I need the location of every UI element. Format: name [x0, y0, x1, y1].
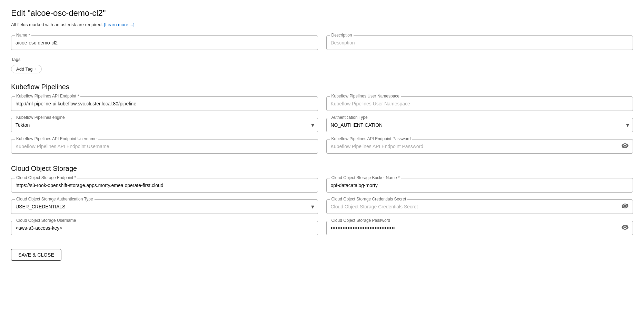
kf-password-col: Kubeflow Pipelines API Endpoint Password: [326, 139, 633, 154]
kf-credentials-row: Kubeflow Pipelines API Endpoint Username…: [11, 139, 633, 154]
page-title: Edit "aicoe-osc-demo-cl2": [11, 8, 633, 18]
kubeflow-section: Kubeflow Pipelines Kubeflow Pipelines AP…: [11, 83, 633, 154]
kf-username-label: Kubeflow Pipelines API Endpoint Username: [15, 136, 98, 141]
tags-section: Tags Add Tag +: [11, 57, 633, 73]
cos-username-wrapper: Cloud Object Storage Username: [11, 221, 318, 235]
cos-endpoint-col: Cloud Object Storage Endpoint *: [11, 178, 318, 193]
cos-credentials-input[interactable]: [331, 203, 619, 211]
cos-bucket-col: Cloud Object Storage Bucket Name *: [326, 178, 633, 193]
name-field-wrapper: Name *: [11, 35, 318, 50]
cos-endpoint-wrapper: Cloud Object Storage Endpoint *: [11, 178, 318, 193]
cos-credentials-wrapper: Cloud Object Storage Credentials Secret: [326, 199, 633, 214]
cos-credentials-toggle-icon[interactable]: [622, 204, 628, 210]
name-col: Name *: [11, 35, 318, 50]
description-label: Description: [330, 33, 354, 38]
save-close-button[interactable]: SAVE & CLOSE: [11, 249, 61, 261]
cos-password-toggle-icon[interactable]: [622, 225, 628, 231]
cos-username-label: Cloud Object Storage Username: [15, 218, 77, 223]
cos-auth-type-select[interactable]: USER_CREDENTIALS AWS_IAM_ROLES_FOR_SERVI…: [16, 203, 314, 211]
kf-auth-type-col: Authentication Type NO_AUTHENTICATION KU…: [326, 118, 633, 132]
kf-username-wrapper: Kubeflow Pipelines API Endpoint Username: [11, 139, 318, 154]
cos-username-input[interactable]: [16, 224, 314, 232]
kf-endpoint-col: Kubeflow Pipelines API Endpoint *: [11, 96, 318, 111]
kf-auth-type-label: Authentication Type: [330, 115, 369, 120]
kf-api-endpoint-label: Kubeflow Pipelines API Endpoint *: [15, 94, 80, 99]
footer: SAVE & CLOSE: [11, 246, 633, 261]
cos-username-col: Cloud Object Storage Username: [11, 221, 318, 235]
kf-namespace-input[interactable]: [331, 100, 629, 108]
cos-password-input[interactable]: [331, 224, 619, 232]
name-description-row: Name * Description: [11, 35, 633, 50]
kf-password-wrapper: Kubeflow Pipelines API Endpoint Password: [326, 139, 633, 154]
cos-endpoint-row: Cloud Object Storage Endpoint * Cloud Ob…: [11, 178, 633, 193]
cos-auth-row: Cloud Object Storage Authentication Type…: [11, 199, 633, 214]
kf-endpoint-row: Kubeflow Pipelines API Endpoint * Kubefl…: [11, 96, 633, 111]
cos-credentials-label: Cloud Object Storage Credentials Secret: [330, 197, 408, 201]
kf-engine-wrapper: Kubeflow Pipelines engine Tekton Argo ▾: [11, 118, 318, 132]
description-field-wrapper: Description: [326, 35, 633, 50]
cos-auth-type-wrapper: Cloud Object Storage Authentication Type…: [11, 199, 318, 214]
cos-credentials-row: Cloud Object Storage Username Cloud Obje…: [11, 221, 633, 235]
kubeflow-section-title: Kubeflow Pipelines: [11, 83, 633, 91]
tags-label: Tags: [11, 57, 633, 62]
cos-credentials-col: Cloud Object Storage Credentials Secret: [326, 199, 633, 214]
kf-namespace-wrapper: Kubeflow Pipelines User Namespace: [326, 96, 633, 111]
kf-password-input[interactable]: [331, 142, 619, 151]
name-input[interactable]: [16, 39, 314, 47]
cos-bucket-input[interactable]: [331, 181, 629, 189]
name-label: Name *: [15, 33, 31, 38]
learn-more-link[interactable]: [Learn more ...]: [104, 22, 135, 27]
kf-namespace-col: Kubeflow Pipelines User Namespace: [326, 96, 633, 111]
description-col: Description: [326, 35, 633, 50]
cos-auth-type-label: Cloud Object Storage Authentication Type: [15, 197, 95, 201]
cloud-storage-section-title: Cloud Object Storage: [11, 165, 633, 173]
kf-api-endpoint-input[interactable]: [16, 100, 314, 108]
cos-password-col: Cloud Object Storage Password: [326, 221, 633, 235]
cos-auth-type-col: Cloud Object Storage Authentication Type…: [11, 199, 318, 214]
cos-password-label: Cloud Object Storage Password: [330, 218, 392, 223]
kf-engine-auth-row: Kubeflow Pipelines engine Tekton Argo ▾ …: [11, 118, 633, 132]
cos-password-wrapper: Cloud Object Storage Password: [326, 221, 633, 235]
cos-bucket-wrapper: Cloud Object Storage Bucket Name *: [326, 178, 633, 193]
kf-api-endpoint-wrapper: Kubeflow Pipelines API Endpoint *: [11, 96, 318, 111]
cos-endpoint-input[interactable]: [16, 181, 314, 189]
cloud-storage-section: Cloud Object Storage Cloud Object Storag…: [11, 165, 633, 235]
kf-auth-type-wrapper: Authentication Type NO_AUTHENTICATION KU…: [326, 118, 633, 132]
kf-engine-col: Kubeflow Pipelines engine Tekton Argo ▾: [11, 118, 318, 132]
kf-password-label: Kubeflow Pipelines API Endpoint Password: [330, 136, 412, 141]
kf-engine-select[interactable]: Tekton Argo: [16, 121, 314, 129]
kf-namespace-label: Kubeflow Pipelines User Namespace: [330, 94, 401, 99]
description-input[interactable]: [331, 39, 629, 47]
kf-username-input[interactable]: [16, 142, 314, 151]
kf-engine-label: Kubeflow Pipelines engine: [15, 115, 66, 120]
cos-endpoint-label: Cloud Object Storage Endpoint *: [15, 175, 77, 180]
required-note: All fields marked with an asterisk are r…: [11, 22, 633, 27]
kf-auth-type-select[interactable]: NO_AUTHENTICATION KUBERNETES_SERVICE_ACC…: [331, 121, 629, 129]
kf-password-toggle-icon[interactable]: [622, 143, 628, 149]
kf-username-col: Kubeflow Pipelines API Endpoint Username: [11, 139, 318, 154]
add-tag-button[interactable]: Add Tag +: [11, 65, 42, 73]
cos-bucket-label: Cloud Object Storage Bucket Name *: [330, 175, 401, 180]
